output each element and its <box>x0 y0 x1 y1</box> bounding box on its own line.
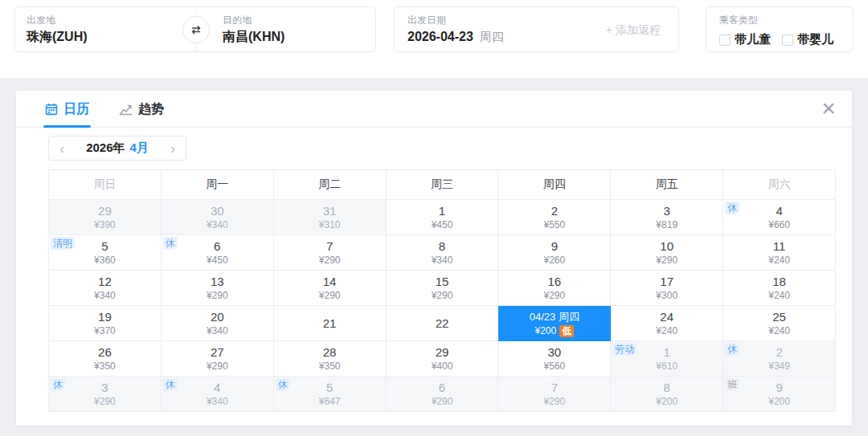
cell-date: 4 <box>214 381 220 395</box>
next-month-button[interactable]: › <box>170 141 175 156</box>
cell-price: ¥350 <box>94 361 116 372</box>
calendar-cell[interactable]: 11¥240 <box>723 235 836 271</box>
cell-price: ¥290 <box>94 396 116 407</box>
calendar-cell[interactable]: 27¥290 <box>162 341 274 377</box>
cell-date: 29 <box>436 345 449 360</box>
cell-price: ¥240 <box>768 290 790 301</box>
calendar-cell[interactable]: 7¥290 <box>498 377 611 412</box>
calendar-panel: 日历 趋势 × ‹ 2026年4月 › 周日周一周二周三周四周五周六 29¥39… <box>16 91 852 426</box>
cell-price: ¥610 <box>656 361 678 372</box>
calendar-cell[interactable]: 22 <box>387 306 499 341</box>
cell-date: 7 <box>326 239 333 254</box>
destination-field[interactable]: 目的地 南昌(KHN) <box>223 14 285 46</box>
cell-date: 26 <box>98 345 112 360</box>
price-calendar: 周日周一周二周三周四周五周六 29¥39030¥34031¥3101¥4502¥… <box>48 169 836 412</box>
cell-price: ¥200 <box>656 396 678 407</box>
low-price-tag: 低 <box>559 325 574 337</box>
calendar-cell[interactable]: 17¥300 <box>611 271 723 306</box>
calendar-cell[interactable]: 12¥340 <box>49 271 162 306</box>
cell-date: 14 <box>323 275 337 289</box>
infant-checkbox[interactable]: 带婴儿 <box>782 32 833 47</box>
weekday-row: 周日周一周二周三周四周五周六 <box>49 170 836 200</box>
cell-date: 6 <box>214 239 220 254</box>
checkbox-icon <box>719 35 731 46</box>
calendar-cell[interactable]: 休3¥290 <box>49 377 162 412</box>
calendar-cell[interactable]: 24¥240 <box>611 306 723 341</box>
cell-price: ¥260 <box>544 255 566 266</box>
cell-price: ¥290 <box>544 396 566 407</box>
calendar-cell[interactable]: 19¥370 <box>49 306 162 341</box>
calendar-cell[interactable]: 班9¥200 <box>723 377 836 412</box>
holiday-badge: 清明 <box>51 237 75 250</box>
holiday-badge: 休 <box>725 202 739 214</box>
calendar-cell[interactable]: 8¥340 <box>387 235 499 271</box>
cell-date: 27 <box>211 345 224 360</box>
calendar-cell[interactable]: 8¥200 <box>611 377 723 412</box>
cell-date: 21 <box>323 316 337 331</box>
cell-date: 19 <box>98 310 112 324</box>
tab-calendar[interactable]: 日历 <box>45 91 89 128</box>
tab-trend[interactable]: 趋势 <box>119 91 164 128</box>
calendar-cell[interactable]: 3¥819 <box>611 200 723 235</box>
cell-price: ¥560 <box>544 361 566 372</box>
holiday-badge: 班 <box>725 378 739 391</box>
calendar-cell[interactable]: 6¥290 <box>387 377 499 412</box>
calendar-cell[interactable]: 13¥290 <box>162 271 274 306</box>
cell-date: 29 <box>98 204 112 218</box>
calendar-cell[interactable]: 休5¥647 <box>274 377 387 412</box>
weekday-label: 周一 <box>162 170 274 200</box>
cell-price: ¥290 <box>207 290 228 301</box>
cell-price: ¥340 <box>94 290 116 301</box>
passenger-type-label: 乘客类型 <box>719 14 758 26</box>
calendar-cell[interactable]: 30¥560 <box>498 341 611 377</box>
origin-value: 珠海(ZUH) <box>27 28 88 46</box>
calendar-cell[interactable]: 29¥390 <box>49 200 162 235</box>
month-nav: ‹ 2026年4月 › <box>48 136 186 161</box>
calendar-cell[interactable]: 7¥290 <box>274 235 387 271</box>
calendar-cell[interactable]: 休4¥660 <box>723 200 836 235</box>
calendar-cell[interactable]: 2¥550 <box>498 200 611 235</box>
holiday-badge: 休 <box>51 378 65 391</box>
calendar-cell[interactable]: 20¥340 <box>162 306 274 341</box>
calendar-cell[interactable]: 25¥240 <box>723 306 836 341</box>
weekday-label: 周四 <box>498 170 611 200</box>
calendar-cell[interactable]: 18¥240 <box>723 271 836 306</box>
calendar-cell-selected[interactable]: 04/23 周四¥200低 <box>498 306 611 341</box>
calendar-cell[interactable]: 15¥290 <box>387 271 499 306</box>
cell-date: 04/23 周四 <box>530 310 579 324</box>
calendar-cell[interactable]: 28¥350 <box>274 341 387 377</box>
holiday-badge: 劳动 <box>612 343 637 356</box>
passenger-card: 乘客类型 带儿童 带婴儿 <box>706 6 854 52</box>
calendar-cell[interactable]: 16¥290 <box>498 271 611 306</box>
calendar-cell[interactable]: 30¥340 <box>162 200 274 235</box>
date-card: 出发日期 2026-04-23周四 + 添加返程 <box>394 6 679 52</box>
calendar-cell[interactable]: 1¥450 <box>387 200 499 235</box>
holiday-badge: 休 <box>725 343 739 356</box>
calendar-cell[interactable]: 31¥310 <box>274 200 387 235</box>
calendar-cell[interactable]: 29¥400 <box>387 341 499 377</box>
calendar-cell[interactable]: 休2¥349 <box>723 341 836 377</box>
child-checkbox[interactable]: 带儿童 <box>719 32 771 47</box>
cell-date: 1 <box>439 204 445 218</box>
month-label: 2026年4月 <box>86 141 149 156</box>
prev-month-button[interactable]: ‹ <box>59 141 64 156</box>
calendar-cell[interactable]: 清明5¥360 <box>49 235 162 271</box>
calendar-cell[interactable]: 10¥290 <box>611 235 723 271</box>
weekday-label: 周五 <box>611 170 723 200</box>
calendar-cell[interactable]: 9¥260 <box>498 235 611 271</box>
calendar-cell[interactable]: 21 <box>274 306 387 341</box>
cell-date: 24 <box>660 310 674 324</box>
calendar-cell[interactable]: 14¥290 <box>274 271 387 306</box>
swap-button[interactable] <box>182 16 210 43</box>
calendar-cell[interactable]: 26¥350 <box>49 341 162 377</box>
calendar-cell[interactable]: 劳动1¥610 <box>611 341 723 377</box>
close-icon[interactable]: × <box>815 95 842 122</box>
depart-date-field[interactable]: 出发日期 2026-04-23周四 <box>407 14 504 46</box>
depart-date-value: 2026-04-23周四 <box>407 28 504 46</box>
calendar-cell[interactable]: 休4¥340 <box>162 377 274 412</box>
calendar-cell[interactable]: 休6¥450 <box>162 235 274 271</box>
add-return-button[interactable]: + 添加返程 <box>606 23 661 38</box>
origin-field[interactable]: 出发地 珠海(ZUH) <box>27 14 88 46</box>
cell-price: ¥240 <box>656 325 678 336</box>
cell-date: 4 <box>776 204 782 218</box>
